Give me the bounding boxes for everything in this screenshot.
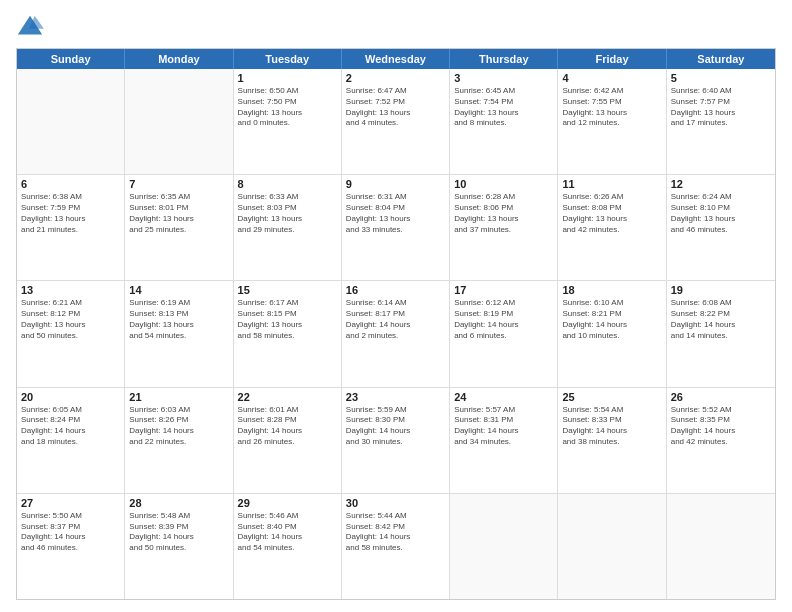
day-number: 10 <box>454 178 553 190</box>
cell-content: Sunrise: 6:35 AM Sunset: 8:01 PM Dayligh… <box>129 192 228 235</box>
day-number: 21 <box>129 391 228 403</box>
day-number: 7 <box>129 178 228 190</box>
cell-content: Sunrise: 6:31 AM Sunset: 8:04 PM Dayligh… <box>346 192 445 235</box>
calendar-cell <box>667 494 775 599</box>
calendar-cell: 30Sunrise: 5:44 AM Sunset: 8:42 PM Dayli… <box>342 494 450 599</box>
calendar-cell: 6Sunrise: 6:38 AM Sunset: 7:59 PM Daylig… <box>17 175 125 280</box>
calendar-cell: 5Sunrise: 6:40 AM Sunset: 7:57 PM Daylig… <box>667 69 775 174</box>
cell-content: Sunrise: 6:01 AM Sunset: 8:28 PM Dayligh… <box>238 405 337 448</box>
calendar-body: 1Sunrise: 6:50 AM Sunset: 7:50 PM Daylig… <box>17 69 775 599</box>
day-number: 8 <box>238 178 337 190</box>
day-number: 5 <box>671 72 771 84</box>
day-number: 18 <box>562 284 661 296</box>
cell-content: Sunrise: 6:47 AM Sunset: 7:52 PM Dayligh… <box>346 86 445 129</box>
calendar-cell: 24Sunrise: 5:57 AM Sunset: 8:31 PM Dayli… <box>450 388 558 493</box>
cell-content: Sunrise: 6:28 AM Sunset: 8:06 PM Dayligh… <box>454 192 553 235</box>
cal-header-day: Monday <box>125 49 233 69</box>
cal-header-day: Thursday <box>450 49 558 69</box>
day-number: 20 <box>21 391 120 403</box>
cell-content: Sunrise: 6:26 AM Sunset: 8:08 PM Dayligh… <box>562 192 661 235</box>
cal-header-day: Friday <box>558 49 666 69</box>
day-number: 23 <box>346 391 445 403</box>
cell-content: Sunrise: 6:12 AM Sunset: 8:19 PM Dayligh… <box>454 298 553 341</box>
cell-content: Sunrise: 6:42 AM Sunset: 7:55 PM Dayligh… <box>562 86 661 129</box>
day-number: 29 <box>238 497 337 509</box>
calendar-row: 20Sunrise: 6:05 AM Sunset: 8:24 PM Dayli… <box>17 388 775 494</box>
cell-content: Sunrise: 6:14 AM Sunset: 8:17 PM Dayligh… <box>346 298 445 341</box>
calendar-cell: 13Sunrise: 6:21 AM Sunset: 8:12 PM Dayli… <box>17 281 125 386</box>
day-number: 9 <box>346 178 445 190</box>
cell-content: Sunrise: 6:45 AM Sunset: 7:54 PM Dayligh… <box>454 86 553 129</box>
calendar-cell: 29Sunrise: 5:46 AM Sunset: 8:40 PM Dayli… <box>234 494 342 599</box>
day-number: 25 <box>562 391 661 403</box>
calendar-cell: 27Sunrise: 5:50 AM Sunset: 8:37 PM Dayli… <box>17 494 125 599</box>
calendar-cell <box>125 69 233 174</box>
calendar-header: SundayMondayTuesdayWednesdayThursdayFrid… <box>17 49 775 69</box>
calendar-cell: 19Sunrise: 6:08 AM Sunset: 8:22 PM Dayli… <box>667 281 775 386</box>
day-number: 28 <box>129 497 228 509</box>
day-number: 6 <box>21 178 120 190</box>
calendar-cell: 25Sunrise: 5:54 AM Sunset: 8:33 PM Dayli… <box>558 388 666 493</box>
calendar-cell: 14Sunrise: 6:19 AM Sunset: 8:13 PM Dayli… <box>125 281 233 386</box>
calendar-cell: 7Sunrise: 6:35 AM Sunset: 8:01 PM Daylig… <box>125 175 233 280</box>
calendar-cell: 28Sunrise: 5:48 AM Sunset: 8:39 PM Dayli… <box>125 494 233 599</box>
calendar-cell: 21Sunrise: 6:03 AM Sunset: 8:26 PM Dayli… <box>125 388 233 493</box>
cell-content: Sunrise: 6:19 AM Sunset: 8:13 PM Dayligh… <box>129 298 228 341</box>
day-number: 14 <box>129 284 228 296</box>
cell-content: Sunrise: 6:17 AM Sunset: 8:15 PM Dayligh… <box>238 298 337 341</box>
cell-content: Sunrise: 6:08 AM Sunset: 8:22 PM Dayligh… <box>671 298 771 341</box>
day-number: 15 <box>238 284 337 296</box>
header <box>16 12 776 40</box>
page: SundayMondayTuesdayWednesdayThursdayFrid… <box>0 0 792 612</box>
day-number: 3 <box>454 72 553 84</box>
calendar-cell: 18Sunrise: 6:10 AM Sunset: 8:21 PM Dayli… <box>558 281 666 386</box>
cal-header-day: Tuesday <box>234 49 342 69</box>
day-number: 13 <box>21 284 120 296</box>
cal-header-day: Wednesday <box>342 49 450 69</box>
cell-content: Sunrise: 5:59 AM Sunset: 8:30 PM Dayligh… <box>346 405 445 448</box>
cell-content: Sunrise: 5:44 AM Sunset: 8:42 PM Dayligh… <box>346 511 445 554</box>
logo-icon <box>16 12 44 40</box>
calendar-cell: 3Sunrise: 6:45 AM Sunset: 7:54 PM Daylig… <box>450 69 558 174</box>
calendar-cell: 11Sunrise: 6:26 AM Sunset: 8:08 PM Dayli… <box>558 175 666 280</box>
calendar-cell: 9Sunrise: 6:31 AM Sunset: 8:04 PM Daylig… <box>342 175 450 280</box>
day-number: 12 <box>671 178 771 190</box>
cell-content: Sunrise: 5:50 AM Sunset: 8:37 PM Dayligh… <box>21 511 120 554</box>
calendar-cell: 12Sunrise: 6:24 AM Sunset: 8:10 PM Dayli… <box>667 175 775 280</box>
calendar-cell: 22Sunrise: 6:01 AM Sunset: 8:28 PM Dayli… <box>234 388 342 493</box>
calendar-cell: 10Sunrise: 6:28 AM Sunset: 8:06 PM Dayli… <box>450 175 558 280</box>
calendar-cell <box>558 494 666 599</box>
calendar-cell <box>17 69 125 174</box>
calendar-row: 1Sunrise: 6:50 AM Sunset: 7:50 PM Daylig… <box>17 69 775 175</box>
day-number: 26 <box>671 391 771 403</box>
day-number: 19 <box>671 284 771 296</box>
day-number: 1 <box>238 72 337 84</box>
logo <box>16 12 48 40</box>
cell-content: Sunrise: 5:52 AM Sunset: 8:35 PM Dayligh… <box>671 405 771 448</box>
calendar-row: 13Sunrise: 6:21 AM Sunset: 8:12 PM Dayli… <box>17 281 775 387</box>
day-number: 2 <box>346 72 445 84</box>
calendar-cell: 16Sunrise: 6:14 AM Sunset: 8:17 PM Dayli… <box>342 281 450 386</box>
day-number: 22 <box>238 391 337 403</box>
calendar-cell: 15Sunrise: 6:17 AM Sunset: 8:15 PM Dayli… <box>234 281 342 386</box>
calendar-cell: 17Sunrise: 6:12 AM Sunset: 8:19 PM Dayli… <box>450 281 558 386</box>
calendar-row: 27Sunrise: 5:50 AM Sunset: 8:37 PM Dayli… <box>17 494 775 599</box>
calendar-cell: 4Sunrise: 6:42 AM Sunset: 7:55 PM Daylig… <box>558 69 666 174</box>
day-number: 24 <box>454 391 553 403</box>
cell-content: Sunrise: 6:24 AM Sunset: 8:10 PM Dayligh… <box>671 192 771 235</box>
day-number: 27 <box>21 497 120 509</box>
cell-content: Sunrise: 6:50 AM Sunset: 7:50 PM Dayligh… <box>238 86 337 129</box>
cell-content: Sunrise: 6:05 AM Sunset: 8:24 PM Dayligh… <box>21 405 120 448</box>
cell-content: Sunrise: 6:10 AM Sunset: 8:21 PM Dayligh… <box>562 298 661 341</box>
calendar-cell: 20Sunrise: 6:05 AM Sunset: 8:24 PM Dayli… <box>17 388 125 493</box>
cell-content: Sunrise: 5:46 AM Sunset: 8:40 PM Dayligh… <box>238 511 337 554</box>
cal-header-day: Sunday <box>17 49 125 69</box>
calendar-cell: 8Sunrise: 6:33 AM Sunset: 8:03 PM Daylig… <box>234 175 342 280</box>
calendar: SundayMondayTuesdayWednesdayThursdayFrid… <box>16 48 776 600</box>
day-number: 17 <box>454 284 553 296</box>
cell-content: Sunrise: 6:03 AM Sunset: 8:26 PM Dayligh… <box>129 405 228 448</box>
cell-content: Sunrise: 5:48 AM Sunset: 8:39 PM Dayligh… <box>129 511 228 554</box>
cell-content: Sunrise: 6:21 AM Sunset: 8:12 PM Dayligh… <box>21 298 120 341</box>
cell-content: Sunrise: 5:54 AM Sunset: 8:33 PM Dayligh… <box>562 405 661 448</box>
cell-content: Sunrise: 6:33 AM Sunset: 8:03 PM Dayligh… <box>238 192 337 235</box>
